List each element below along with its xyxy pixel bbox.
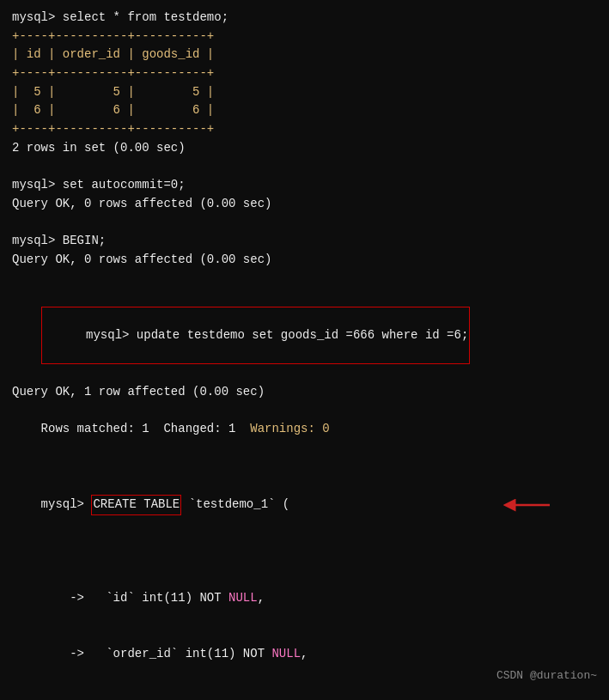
line-10: mysql> set autocommit=0; [12, 176, 597, 195]
line-6: | 6 | 6 | 6 | [12, 101, 597, 120]
line-1: mysql> select * from testdemo; [12, 9, 597, 27]
line-8: 2 rows in set (0.00 sec) [12, 139, 597, 158]
line-21: -> `id` int(11) NOT NULL, [12, 571, 597, 627]
line-20: mysql> CREATE TABLE `testdemo_1` ( [12, 476, 597, 570]
line-17: Query OK, 1 row affected (0.00 sec) [12, 383, 597, 402]
line-13: mysql> BEGIN; [12, 232, 597, 251]
line-14: Query OK, 0 rows affected (0.00 sec) [12, 251, 597, 270]
line-16: mysql> update testdemo set goods_id =666… [12, 288, 597, 382]
line-5: | 5 | 5 | 5 | [12, 83, 597, 102]
terminal: mysql> select * from testdemo; +----+---… [0, 0, 609, 700]
create-table-highlight-box: CREATE TABLE [91, 495, 181, 515]
line-11: Query OK, 0 rows affected (0.00 sec) [12, 195, 597, 214]
watermark: CSDN @duration~ [496, 667, 597, 685]
line-3: | id | order_id | goods_id | [12, 46, 597, 64]
line-7: +----+----------+----------+ [12, 120, 597, 139]
line-18: Rows matched: 1 Changed: 1 Warnings: 0 [12, 401, 597, 457]
line-4: +----+----------+----------+ [12, 64, 597, 83]
blank-3 [12, 270, 597, 289]
blank-2 [12, 214, 597, 233]
blank-1 [12, 158, 597, 177]
update-highlight-box: mysql> update testdemo set goods_id =666… [41, 307, 471, 364]
line-23: -> `goods_id` int(11) NOT NULL, [12, 683, 597, 700]
arrow-1 [460, 478, 554, 539]
line-2: +----+----------+----------+ [12, 27, 597, 46]
blank-4 [12, 458, 597, 477]
